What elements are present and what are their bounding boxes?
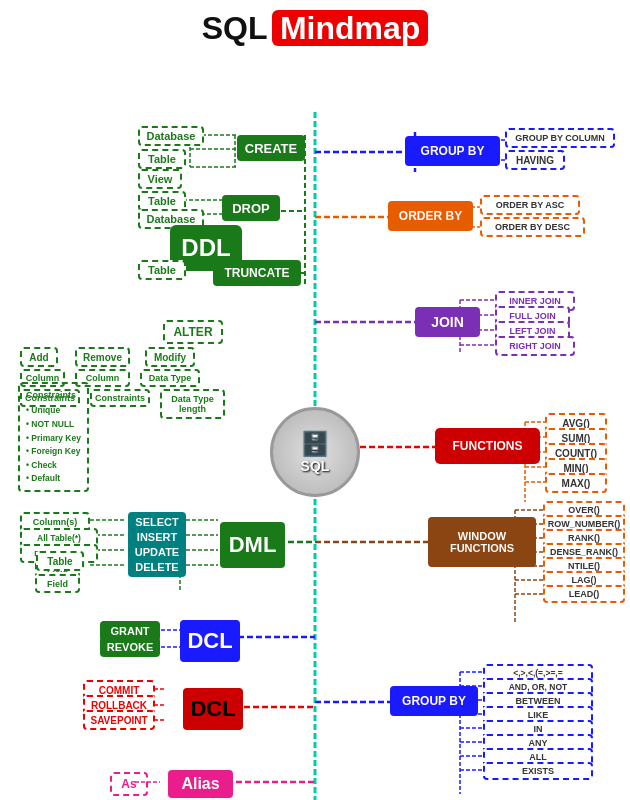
dcl2-label: DCL — [183, 688, 243, 730]
mindmap-container: CREATE Database Table View DROP Table Da… — [0, 52, 630, 800]
op-exists: EXISTS — [483, 762, 593, 780]
constraints-list: Constraints • Unique • NOT NULL • Primar… — [18, 382, 89, 492]
dml-pref-field2: Field — [35, 574, 80, 593]
func-max: MAX() — [545, 473, 607, 493]
groupby-box: GROUP BY — [405, 136, 500, 166]
sql-label: SQL — [301, 458, 330, 474]
dcl1-label: DCL — [180, 620, 240, 662]
alter-box: ALTER — [163, 320, 223, 344]
truncate-box: TRUNCATE — [213, 260, 301, 286]
drop-box: DROP — [222, 195, 280, 221]
create-view: View — [138, 169, 182, 189]
groupby-col: GROUP BY COLUMN — [505, 128, 615, 148]
alias-as: As — [110, 772, 148, 796]
database-icon: 🗄️ — [300, 430, 330, 458]
dml-label: DML — [220, 522, 285, 568]
alter-dtype1: Data Type — [140, 369, 200, 387]
alter-add: Add — [20, 347, 58, 367]
orderby-box: ORDER BY — [388, 201, 473, 231]
join-right: RIGHT JOIN — [495, 336, 575, 356]
orderby-asc: ORDER BY ASC — [480, 195, 580, 215]
create-table: Table — [138, 149, 186, 169]
functions-box: FUNCTIONS — [435, 428, 540, 464]
alter-const2: Constraints — [90, 389, 150, 407]
dcl1-revoke: REVOKE — [100, 637, 160, 657]
drop-table: Table — [138, 191, 186, 211]
wf-lead: LEAD() — [543, 585, 625, 603]
window-functions-box: WINDOW FUNCTIONS — [428, 517, 536, 567]
dcl2-savepoint: SAVEPOINT — [83, 710, 155, 730]
join-box: JOIN — [415, 307, 480, 337]
title-mindmap: Mindmap — [272, 10, 428, 46]
sql-center: 🗄️ SQL — [270, 407, 360, 497]
alias-label: Alias — [168, 770, 233, 798]
dml-delete: DELETE — [128, 557, 186, 577]
create-database: Database — [138, 126, 204, 146]
groupby-having: HAVING — [505, 150, 565, 170]
alter-modify: Modify — [145, 347, 195, 367]
page-title: SQL Mindmap — [0, 0, 630, 52]
create-box: CREATE — [237, 135, 305, 161]
groupby2-box: GROUP BY — [390, 686, 478, 716]
orderby-desc: ORDER BY DESC — [480, 217, 585, 237]
alter-remove: Remove — [75, 347, 130, 367]
truncate-table: Table — [138, 260, 186, 280]
alter-dtypelen: Data Type length — [160, 389, 225, 419]
table-item: Table — [36, 551, 84, 571]
title-sql: SQL — [202, 10, 268, 46]
